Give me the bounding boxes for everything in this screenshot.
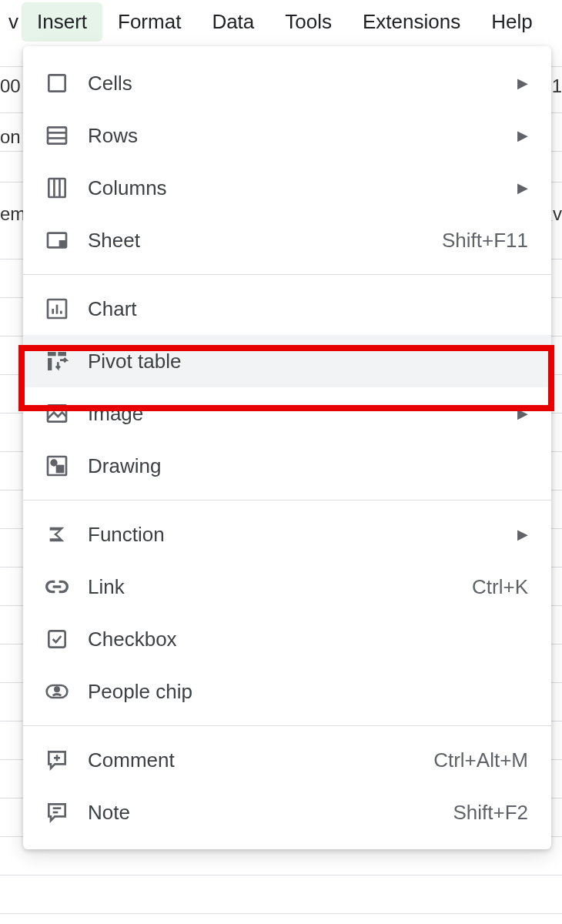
shortcut-text: Shift+F11	[442, 229, 528, 253]
svg-rect-19	[57, 466, 63, 472]
menuitem-function[interactable]: Function ▶	[23, 508, 551, 561]
rows-icon	[45, 123, 69, 148]
menuitem-label: People chip	[88, 680, 528, 704]
chart-icon	[45, 296, 69, 321]
menu-help[interactable]: Help	[476, 2, 547, 42]
menuitem-rows[interactable]: Rows ▶	[23, 109, 551, 162]
link-icon	[45, 574, 69, 599]
menuitem-chart[interactable]: Chart	[23, 283, 551, 335]
menu-format[interactable]: Format	[102, 2, 196, 42]
svg-rect-0	[49, 75, 65, 91]
svg-rect-1	[48, 127, 66, 143]
divider	[23, 725, 551, 726]
bg-fragment: v	[553, 203, 562, 225]
menuitem-people-chip[interactable]: People chip	[23, 665, 551, 718]
bg-fragment: on	[0, 126, 21, 148]
menuitem-comment[interactable]: Comment Ctrl+Alt+M	[23, 734, 551, 786]
note-icon	[45, 800, 69, 825]
menuitem-label: Checkbox	[88, 628, 528, 651]
menuitem-image[interactable]: Image ▶	[23, 387, 551, 440]
submenu-arrow-icon: ▶	[517, 179, 528, 196]
menuitem-note[interactable]: Note Shift+F2	[23, 786, 551, 839]
menuitem-label: Comment	[88, 748, 433, 772]
menuitem-pivot-table[interactable]: Pivot table	[23, 335, 551, 387]
image-icon	[45, 401, 69, 426]
menu-tools[interactable]: Tools	[269, 2, 347, 42]
svg-point-18	[52, 460, 57, 466]
columns-icon	[45, 176, 69, 200]
divider	[23, 500, 551, 500]
sheet-icon	[45, 228, 69, 253]
menuitem-label: Function	[88, 523, 508, 547]
menuitem-label: Pivot table	[88, 350, 528, 373]
svg-rect-8	[59, 240, 66, 247]
bg-fragment: 00	[0, 75, 21, 97]
bg-fragment: em	[0, 203, 25, 225]
svg-rect-21	[49, 631, 65, 647]
menu-extensions[interactable]: Extensions	[347, 2, 476, 42]
menuitem-label: Columns	[88, 176, 508, 200]
bg-fragment: 1	[552, 75, 562, 97]
menuitem-label: Link	[88, 575, 472, 599]
people-chip-icon	[45, 679, 69, 704]
cells-icon	[45, 71, 69, 95]
menuitem-label: Note	[88, 801, 453, 825]
menu-insert[interactable]: Insert	[22, 2, 102, 42]
submenu-arrow-icon: ▶	[517, 526, 528, 543]
menuitem-label: Cells	[88, 72, 508, 95]
menuitem-checkbox[interactable]: Checkbox	[23, 613, 551, 665]
menuitem-label: Chart	[88, 297, 528, 321]
svg-rect-14	[58, 352, 66, 356]
submenu-arrow-icon: ▶	[517, 75, 528, 92]
divider	[23, 274, 551, 275]
svg-rect-4	[49, 179, 65, 197]
menuitem-label: Drawing	[88, 454, 528, 478]
menuitem-label: Sheet	[88, 229, 442, 253]
svg-point-23	[55, 688, 59, 691]
function-icon	[45, 522, 69, 547]
pivot-table-icon	[45, 349, 69, 373]
menu-partial-left: v	[0, 2, 22, 42]
comment-icon	[45, 748, 69, 772]
submenu-arrow-icon: ▶	[517, 405, 528, 422]
drawing-icon	[45, 454, 69, 478]
menubar: v Insert Format Data Tools Extensions He…	[0, 0, 562, 43]
shortcut-text: Ctrl+K	[472, 575, 528, 599]
menuitem-drawing[interactable]: Drawing	[23, 440, 551, 492]
svg-rect-15	[48, 358, 52, 370]
shortcut-text: Ctrl+Alt+M	[433, 748, 528, 772]
menuitem-link[interactable]: Link Ctrl+K	[23, 561, 551, 613]
menuitem-label: Rows	[88, 124, 508, 148]
submenu-arrow-icon: ▶	[517, 127, 528, 144]
menuitem-sheet[interactable]: Sheet Shift+F11	[23, 214, 551, 266]
menu-data[interactable]: Data	[196, 2, 269, 42]
menuitem-cells[interactable]: Cells ▶	[23, 57, 551, 109]
menuitem-label: Image	[88, 402, 508, 426]
shortcut-text: Shift+F2	[453, 801, 528, 825]
svg-rect-13	[48, 352, 56, 356]
checkbox-icon	[45, 627, 69, 651]
menuitem-columns[interactable]: Columns ▶	[23, 162, 551, 214]
insert-dropdown: Cells ▶ Rows ▶ Columns ▶ Sheet Shift+F11…	[23, 46, 551, 849]
